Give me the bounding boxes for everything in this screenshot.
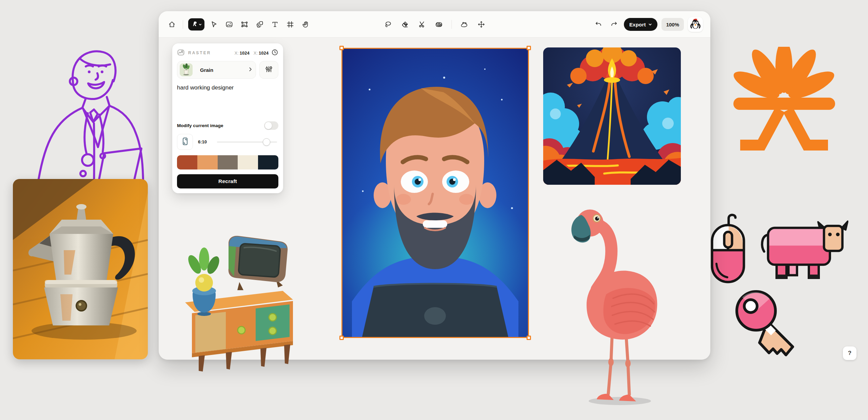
aspect-ratio-value: 6:10 — [198, 139, 207, 144]
undo-icon — [594, 20, 603, 28]
toggle-knob — [265, 122, 272, 129]
help-button[interactable]: ? — [843, 346, 856, 360]
height-field[interactable]: X:1024 — [254, 51, 269, 56]
lasso-icon — [384, 20, 392, 28]
selected-image-designer-portrait[interactable] — [342, 49, 528, 337]
zoom-level-indicator[interactable]: 100% — [662, 18, 684, 31]
aspect-ratio-button[interactable] — [177, 134, 193, 150]
user-avatar[interactable] — [688, 17, 703, 32]
eraser-icon — [401, 20, 409, 28]
text-icon — [271, 20, 279, 28]
recraft-tool-menu-button[interactable] — [188, 18, 204, 31]
raster-properties-panel: RASTER X:1024 X:1024 Grain hard working … — [172, 43, 283, 193]
selection-handle-top-left[interactable] — [339, 46, 344, 50]
raster-type-icon — [177, 48, 185, 58]
toolbar: Export 100% — [159, 11, 710, 38]
volcano-illustration[interactable] — [543, 47, 681, 185]
slider-knob[interactable] — [263, 138, 270, 146]
selection-handle-bottom-right[interactable] — [527, 336, 531, 340]
image-select-icon — [240, 20, 249, 28]
orange-palm-logo — [731, 47, 837, 158]
redo-icon — [610, 20, 618, 28]
style-thumbnail-potted-plant — [180, 63, 193, 76]
palette-swatch[interactable] — [218, 155, 238, 169]
history-clock-icon[interactable] — [271, 49, 278, 57]
width-field-value: 1024 — [240, 51, 250, 56]
width-field[interactable]: X:1024 — [235, 51, 250, 56]
style-selector-value: Grain — [200, 67, 248, 73]
text-tool-button[interactable] — [269, 19, 281, 30]
palette-swatch[interactable] — [197, 155, 218, 169]
image-tool-button[interactable] — [223, 19, 235, 30]
panel-header: RASTER X:1024 X:1024 — [177, 49, 278, 57]
hand-icon — [301, 20, 310, 28]
modify-current-image-toggle[interactable] — [264, 121, 278, 130]
zoom-level-value: 100% — [666, 22, 679, 27]
select-tool-button[interactable] — [208, 19, 220, 30]
portrait-ratio-icon — [181, 137, 190, 147]
recraft-logo-icon — [191, 20, 198, 28]
height-field-label: X: — [254, 51, 258, 56]
modify-current-image-label: Modify current image — [177, 123, 264, 128]
palette-swatch[interactable] — [177, 155, 197, 169]
texture-tool-button[interactable] — [433, 19, 445, 30]
chevron-down-icon — [199, 21, 202, 27]
redo-button[interactable] — [608, 19, 620, 30]
color-palette — [177, 155, 278, 169]
tv-cabinet-3d[interactable] — [175, 231, 298, 372]
edit-image-tool-button[interactable] — [239, 19, 250, 30]
width-field-label: X: — [235, 51, 239, 56]
style-selector[interactable]: Grain — [177, 61, 256, 79]
modify-area-tool-button[interactable] — [458, 19, 470, 30]
moka-pot-painting — [13, 179, 148, 359]
sliders-icon — [265, 65, 273, 75]
recraft-generate-button-label: Recraft — [218, 178, 237, 184]
pink-cow-icon — [760, 220, 848, 284]
move-icon — [477, 20, 485, 28]
move-tool-button[interactable] — [475, 19, 487, 30]
style-settings-button[interactable] — [259, 61, 278, 79]
toolbar-right: Export 100% — [593, 11, 703, 38]
eraser-tool-button[interactable] — [399, 19, 411, 30]
texture-icon — [435, 20, 443, 28]
cursor-icon — [210, 20, 218, 28]
palette-swatch[interactable] — [238, 155, 258, 169]
layers-icon — [256, 20, 264, 28]
modify-area-icon — [460, 20, 468, 28]
panel-type-label: RASTER — [188, 51, 235, 55]
recraft-marketing-screenshot: Export 100% ? — [0, 0, 868, 420]
layers-tool-button[interactable] — [254, 19, 265, 30]
height-field-value: 1024 — [259, 51, 269, 56]
toolbar-center-tools — [382, 11, 487, 38]
chevron-down-icon — [648, 22, 652, 27]
prompt-input[interactable]: hard working designer — [177, 84, 278, 119]
hand-tool-button[interactable] — [300, 19, 311, 30]
toolbar-divider — [451, 20, 452, 29]
export-button[interactable]: Export — [624, 18, 657, 31]
home-button[interactable] — [166, 19, 178, 30]
frame-tool-button[interactable] — [284, 19, 296, 30]
chevron-right-icon — [248, 66, 253, 74]
selection-handle-top-right[interactable] — [527, 46, 531, 50]
cut-tool-button[interactable] — [416, 19, 428, 30]
selection-handle-bottom-left[interactable] — [339, 336, 344, 340]
palette-swatch[interactable] — [258, 155, 278, 169]
toolbar-divider — [183, 20, 183, 29]
pink-key-icon — [732, 286, 801, 357]
help-button-label: ? — [848, 350, 851, 357]
toolbar-left-tools — [166, 11, 311, 38]
penguin-avatar-icon — [689, 17, 702, 32]
pink-mouse-icon — [709, 212, 747, 285]
home-icon — [168, 20, 176, 28]
lasso-tool-button[interactable] — [382, 19, 394, 30]
recraft-generate-button[interactable]: Recraft — [177, 174, 278, 188]
frame-icon — [286, 20, 294, 28]
flamingo-3d[interactable] — [569, 203, 659, 407]
scissors-icon — [418, 20, 426, 28]
undo-button[interactable] — [593, 19, 604, 30]
export-button-label: Export — [629, 22, 646, 27]
image-icon — [225, 20, 233, 28]
aspect-ratio-slider[interactable] — [217, 138, 277, 146]
